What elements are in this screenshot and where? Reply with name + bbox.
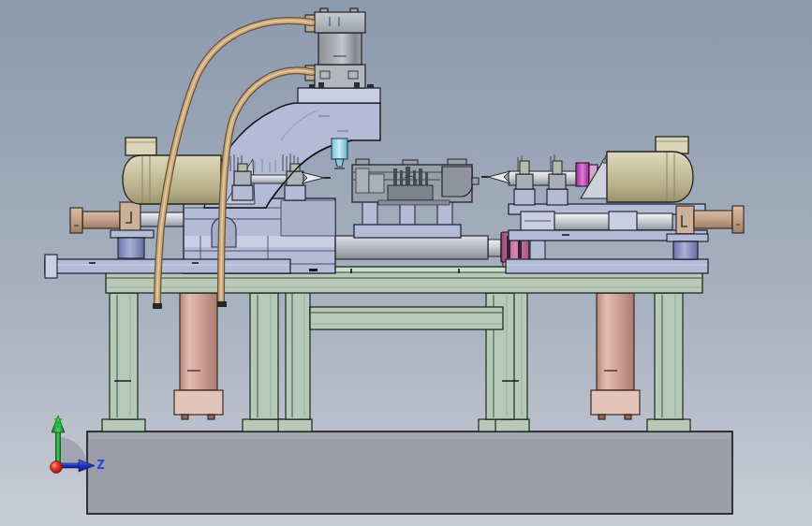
right-table-rail[interactable]	[506, 259, 708, 273]
left-slide-rail[interactable]	[45, 259, 290, 273]
part-probe-tip-right[interactable]	[488, 171, 510, 183]
axis-z-label: Z	[96, 457, 104, 472]
part-probe-tip-left[interactable]	[302, 172, 324, 183]
part-right-motor[interactable]	[607, 137, 693, 202]
part-lift-cylinder-left[interactable]	[111, 230, 154, 258]
part-lift-cylinder-right[interactable]	[667, 234, 708, 259]
axis-origin-dot	[51, 461, 63, 474]
part-right-tailstock-rod[interactable]	[676, 206, 744, 234]
cad-viewport[interactable]: Y Z	[0, 0, 812, 526]
machine-drawing: Y Z	[0, 0, 812, 526]
part-left-hanging-cylinder[interactable]	[174, 293, 223, 419]
axis-y-label: Y	[54, 416, 63, 431]
part-sensor-cylinder[interactable]	[332, 139, 347, 168]
part-base-plate[interactable]	[87, 431, 732, 514]
part-center-fixture[interactable]	[352, 159, 479, 238]
right-bearing-blocks[interactable]	[509, 154, 578, 205]
frame-foot-pads	[102, 419, 690, 431]
part-right-hanging-cylinder[interactable]	[591, 293, 640, 419]
